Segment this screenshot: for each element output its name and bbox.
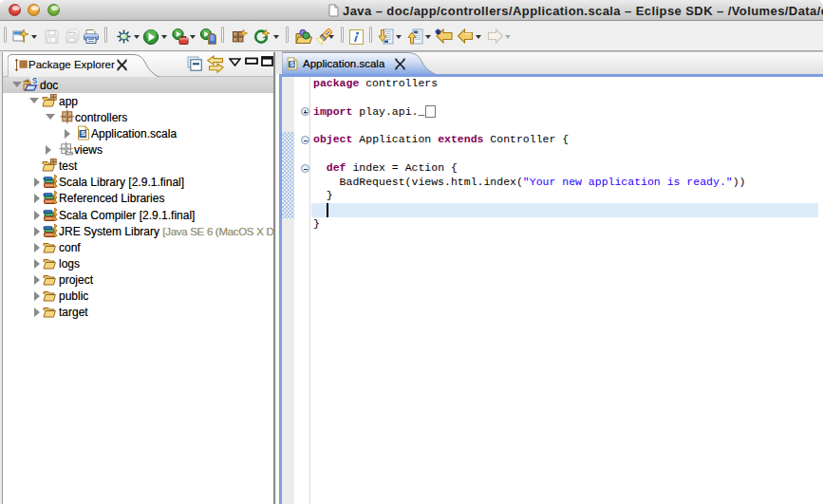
svg-text:S: S <box>290 61 295 67</box>
svg-text:S: S <box>32 77 38 85</box>
svg-text:S: S <box>81 129 85 138</box>
